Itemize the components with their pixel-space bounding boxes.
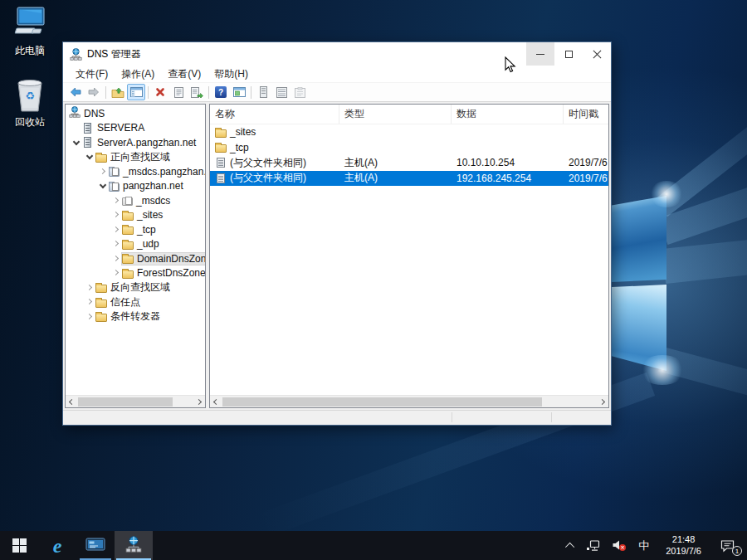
- taskbar-server-manager[interactable]: [76, 531, 115, 560]
- clipboard-icon: [295, 87, 305, 98]
- tray-network[interactable]: [582, 531, 604, 560]
- tree-item-label: DNS: [84, 108, 105, 119]
- expand-chevron[interactable]: [85, 284, 94, 292]
- tree-item-pangzhan-net[interactable]: pangzhan.net: [66, 179, 205, 194]
- expand-chevron[interactable]: [112, 255, 120, 263]
- maximize-button[interactable]: [554, 42, 583, 66]
- record-name: _tcp: [230, 142, 249, 153]
- tree-item-label: _sites: [137, 209, 163, 221]
- back-icon: [70, 87, 81, 97]
- status-bar: [63, 410, 611, 424]
- column-header-type[interactable]: 类型: [339, 105, 452, 124]
- expand-chevron[interactable]: [112, 197, 120, 205]
- scroll-left-arrow[interactable]: [66, 396, 78, 408]
- export-list-button[interactable]: [188, 84, 206, 100]
- windows-logo-icon: [12, 538, 27, 553]
- scroll-right-arrow[interactable]: [596, 396, 608, 408]
- folder-icon: [122, 256, 134, 264]
- menu-file[interactable]: 文件(F): [70, 66, 114, 83]
- properties-button[interactable]: [169, 84, 188, 100]
- expand-chevron[interactable]: [72, 139, 81, 147]
- tree-item-msdcs[interactable]: _msdcs: [66, 193, 205, 208]
- clock-time: 21:48: [666, 534, 701, 546]
- wallpaper-beam: [662, 223, 747, 284]
- list-row-host-record-2-selected[interactable]: (与父文件夹相同) 主机(A) 192.168.245.254 2019/7/6: [210, 171, 608, 187]
- scroll-right-arrow[interactable]: [193, 396, 205, 408]
- tree-item-reverse-lookup-zones[interactable]: 反向查找区域: [66, 280, 205, 295]
- expand-chevron[interactable]: [85, 313, 94, 321]
- expand-chevron[interactable]: [112, 269, 120, 277]
- mouse-cursor: [505, 56, 517, 77]
- expand-chevron[interactable]: [99, 182, 107, 190]
- clipboard-button[interactable]: [290, 84, 309, 100]
- expand-chevron[interactable]: [112, 211, 120, 219]
- start-button[interactable]: [0, 531, 38, 560]
- taskbar-internet-explorer[interactable]: e: [38, 531, 76, 560]
- forward-button[interactable]: [85, 84, 103, 100]
- scrollbar-thumb[interactable]: [78, 397, 173, 407]
- delete-button[interactable]: [151, 84, 169, 100]
- tree-item-forward-lookup-zones[interactable]: 正向查找区域: [66, 150, 205, 165]
- expand-chevron[interactable]: [112, 226, 120, 234]
- server-tool-button[interactable]: [254, 84, 272, 100]
- show-console-tree-button[interactable]: [127, 84, 145, 100]
- tree-item-forestdnszones[interactable]: ForestDnsZones: [66, 266, 205, 281]
- status-separator: [452, 412, 452, 422]
- tree-item-sites[interactable]: _sites: [66, 208, 205, 223]
- action-center-button[interactable]: 1: [714, 531, 742, 560]
- expand-chevron[interactable]: [85, 153, 94, 161]
- record-icon: [217, 158, 225, 168]
- title-bar[interactable]: DNS 管理器: [63, 42, 611, 66]
- tray-expand-button[interactable]: [564, 531, 579, 560]
- column-header-timestamp[interactable]: 时间戳: [564, 105, 608, 124]
- taskbar-dns-manager[interactable]: [115, 531, 153, 560]
- help-button[interactable]: ?: [212, 84, 230, 100]
- scrollbar-thumb[interactable]: [222, 397, 542, 407]
- expand-chevron[interactable]: [112, 240, 120, 248]
- tree-item-label: ForestDnsZones: [137, 267, 205, 279]
- tree-item-msdcs-pangzhan-net[interactable]: _msdcs.pangzhan.net: [66, 164, 205, 179]
- column-header-data[interactable]: 数据: [452, 105, 564, 124]
- back-button[interactable]: [66, 84, 85, 100]
- tree-item-udp[interactable]: _udp: [66, 237, 205, 252]
- close-button[interactable]: [583, 42, 611, 66]
- menu-view[interactable]: 查看(V): [162, 66, 207, 83]
- toolbar: ?: [63, 83, 611, 102]
- minimize-button[interactable]: [526, 42, 554, 66]
- desktop-icon-recycle-bin[interactable]: ♻ 回收站: [3, 76, 56, 129]
- list-view-button[interactable]: [272, 84, 290, 100]
- tree-item-label: pangzhan.net: [123, 180, 183, 192]
- expand-chevron[interactable]: [99, 168, 107, 176]
- tree-item-trust-points[interactable]: 信任点: [66, 295, 205, 310]
- logo-glow: [639, 355, 686, 385]
- list-row-sites[interactable]: _sites: [210, 124, 608, 140]
- desktop-icon-this-pc[interactable]: 此电脑: [3, 5, 56, 58]
- record-data: [452, 140, 564, 156]
- new-window-button[interactable]: [230, 84, 248, 100]
- recycle-bin-icon: ♻: [3, 76, 56, 113]
- tree-horizontal-scrollbar[interactable]: [66, 395, 205, 407]
- tree-item-servera[interactable]: SERVERA: [66, 121, 205, 136]
- list-row-host-record-1[interactable]: (与父文件夹相同) 主机(A) 10.10.10.254 2019/7/6: [210, 155, 608, 171]
- wallpaper-beam: [658, 348, 747, 427]
- tray-volume-muted[interactable]: [608, 531, 631, 560]
- record-timestamp: 2019/7/6: [564, 171, 608, 187]
- list-row-tcp[interactable]: _tcp: [210, 140, 608, 156]
- column-header-name[interactable]: 名称: [210, 105, 339, 124]
- expand-chevron[interactable]: [85, 298, 94, 306]
- menu-action[interactable]: 操作(A): [115, 66, 160, 83]
- tree-item-domaindnszones[interactable]: DomainDnsZones: [66, 251, 205, 266]
- tray-clock[interactable]: 21:48 2019/7/6: [657, 531, 710, 560]
- tree-item-dns-root[interactable]: DNS: [66, 106, 205, 121]
- list-horizontal-scrollbar[interactable]: [210, 395, 608, 407]
- list-header: 名称 类型 数据 时间戳: [210, 105, 608, 124]
- tree-item-servera-pangzhan-net[interactable]: ServerA.pangzhan.net: [66, 135, 205, 150]
- up-one-level-button[interactable]: [109, 84, 127, 100]
- scroll-left-arrow[interactable]: [210, 396, 222, 408]
- tree-item-tcp[interactable]: _tcp: [66, 222, 205, 237]
- tree-item-conditional-forwarders[interactable]: 条件转发器: [66, 309, 205, 324]
- menu-help[interactable]: 帮助(H): [208, 66, 254, 83]
- record-type: [339, 140, 452, 156]
- tray-input-language[interactable]: 中: [634, 531, 653, 560]
- record-list-pane: 名称 类型 数据 时间戳 _sites _tcp: [209, 104, 609, 408]
